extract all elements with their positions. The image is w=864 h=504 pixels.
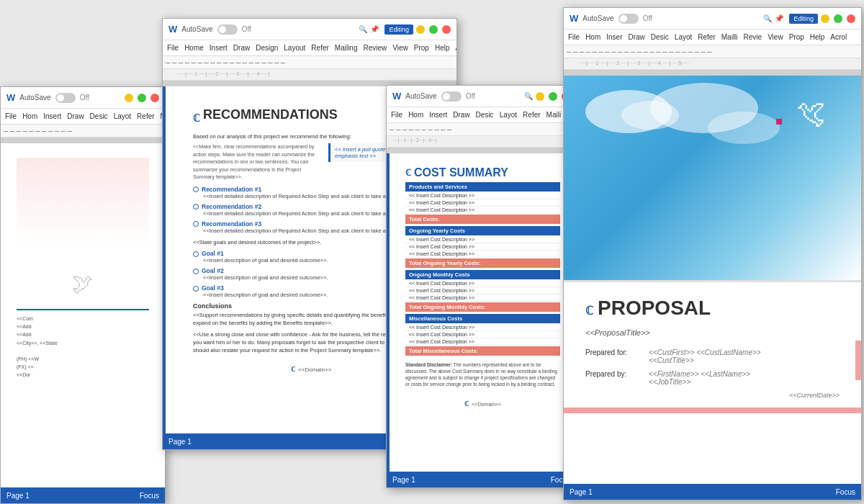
brand-icon-footer-3: ℂ: [464, 400, 469, 408]
restore-btn-4[interactable]: [834, 14, 842, 23]
goal-bullet-3: [193, 286, 199, 292]
page-label-3: Page 1: [392, 476, 415, 484]
ribbon-review-4[interactable]: Revie: [744, 33, 762, 41]
window-controls-2: [416, 25, 451, 34]
ribbon-file-4[interactable]: File: [568, 33, 580, 41]
ribbon-design-2[interactable]: Design: [256, 44, 278, 52]
ribbon-mail-2[interactable]: Mailing: [335, 44, 358, 52]
close-btn-4[interactable]: [847, 14, 855, 23]
ribbon-layout-2[interactable]: Layout: [284, 44, 305, 52]
restore-btn-1[interactable]: [138, 94, 146, 102]
search-icon-3[interactable]: 🔍: [524, 92, 533, 100]
ribbon-refer-1[interactable]: Refer: [137, 112, 154, 120]
doc-page-4: 🕊 ℂ PROPOSAL <<ProposalTitle>> Prepared …: [564, 76, 861, 484]
pin-icon-2[interactable]: 📌: [370, 25, 379, 33]
ribbon-review-2[interactable]: Review: [363, 44, 387, 52]
blue-accent-2: [163, 86, 166, 433]
autosave-toggle-1[interactable]: [55, 93, 76, 103]
autosave-state-2: Off: [242, 25, 251, 33]
editing-badge-2: Editing: [384, 24, 413, 35]
cost-row-1: << Insert Cost Description >>: [405, 192, 560, 199]
autosave-state-3: Off: [466, 92, 475, 100]
ribbon-insert-1[interactable]: Insert: [43, 112, 61, 120]
autosave-label-2: AutoSave: [181, 25, 212, 33]
autosave-toggle-4[interactable]: [618, 14, 639, 24]
prepared-for-value: <<CustFirst>> <<CustLastName>><<CustTitl…: [649, 348, 761, 364]
window-controls-4: [821, 14, 855, 23]
disclaimer-bold: Standard Disclaimer:: [405, 362, 452, 367]
ribbon-mail-3[interactable]: Maili: [546, 111, 562, 119]
restore-btn-2[interactable]: [429, 25, 438, 34]
close-btn-2[interactable]: [442, 25, 451, 34]
ribbon-design-3[interactable]: Desic: [476, 111, 494, 119]
ribbon-home-3[interactable]: Hom: [408, 111, 423, 119]
ribbon-refer-4[interactable]: Refer: [698, 33, 715, 41]
ribbon-layout-1[interactable]: Layot: [114, 112, 131, 120]
cost-row-8: << Insert Cost Description >>: [405, 287, 560, 294]
restore-btn-3[interactable]: [549, 92, 557, 101]
autosave-label-4: AutoSave: [582, 14, 613, 22]
ribbon-draw-4[interactable]: Draw: [628, 33, 644, 41]
doc-area-4: 🕊 ℂ PROPOSAL <<ProposalTitle>> Prepared …: [564, 70, 861, 484]
ribbon-layout-3[interactable]: Layot: [500, 111, 517, 119]
ribbon-design-1[interactable]: Desic: [90, 112, 108, 120]
prepared-for-field: Prepared for: <<CustFirst>> <<CustLastNa…: [585, 348, 840, 364]
brand-icon-4: ℂ: [585, 304, 593, 318]
ribbon-draw-3[interactable]: Draw: [453, 111, 469, 119]
status-bar-3: Page 1 Focus: [387, 472, 576, 487]
prepared-by-field: Prepared by: <<FirstName>> <<LastName>><…: [585, 370, 840, 386]
autosave-toggle-2[interactable]: [217, 24, 238, 35]
search-icon-4[interactable]: 🔍: [763, 14, 772, 22]
ribbon-draw-2[interactable]: Draw: [233, 44, 250, 52]
ribbon-file-2[interactable]: File: [167, 44, 179, 52]
ribbon-insert-2[interactable]: Insert: [210, 44, 228, 52]
total-monthly-bar: Total Ongoing Monthly Costs:: [405, 302, 560, 312]
ribbon-file-1[interactable]: File: [5, 112, 17, 120]
ribbon-home-1[interactable]: Hom: [22, 112, 37, 120]
ribbon-file-3[interactable]: File: [391, 111, 402, 119]
ribbon-home-2[interactable]: Home: [184, 44, 204, 52]
ribbon-view-4[interactable]: View: [768, 33, 783, 41]
ribbon-layout-4[interactable]: Layot: [675, 33, 692, 41]
ribbon-home-4[interactable]: Hom: [585, 33, 600, 41]
ribbon-design-4[interactable]: Desic: [651, 33, 669, 41]
minimize-btn-3[interactable]: [536, 92, 544, 101]
focus-label-4: Focus: [836, 488, 855, 496]
autosave-label-3: AutoSave: [405, 92, 436, 100]
ribbon-help-2[interactable]: Help: [435, 44, 450, 52]
ribbon-refer-3[interactable]: Refer: [523, 111, 540, 119]
close-btn-1[interactable]: [150, 94, 159, 102]
minimize-btn-1[interactable]: [125, 94, 133, 102]
editing-badge-4: Editing: [789, 14, 818, 24]
minimize-btn-4[interactable]: [821, 14, 829, 23]
status-bar-4: Page 1 Focus: [564, 484, 861, 500]
ribbon-prop-4[interactable]: Prop: [789, 33, 804, 41]
ribbon-acro-4[interactable]: Acrol: [830, 33, 847, 41]
ribbon-mail-4[interactable]: Mailli: [721, 33, 738, 41]
cost-row-11: << Insert Cost Description >>: [405, 331, 560, 338]
ribbon-insert-3[interactable]: Insert: [429, 111, 447, 119]
minimize-btn-2[interactable]: [416, 25, 425, 34]
toolbar-3: ─ ─ ─ ─ ─ ─ ─ ─ ─ ─: [387, 123, 576, 136]
search-icon-2[interactable]: 🔍: [359, 25, 367, 33]
cloud-4: [708, 112, 780, 144]
autosave-toggle-3[interactable]: [441, 91, 462, 102]
ribbon-acro-2[interactable]: Acrol: [455, 44, 457, 52]
ribbon-draw-1[interactable]: Draw: [67, 112, 84, 120]
dove-icon-1: 🕊: [72, 271, 94, 296]
brand-icon-3: ℂ: [405, 168, 411, 178]
ribbon-help-4[interactable]: Help: [810, 33, 825, 41]
cost-row-5: << Insert Cost Description >>: [405, 243, 560, 251]
ribbon-view-2[interactable]: View: [392, 44, 408, 52]
autosave-label-1: AutoSave: [19, 94, 50, 102]
window-controls-1: [125, 94, 159, 102]
cost-row-2: << Insert Cost Description >>: [405, 199, 560, 207]
proposal-logo-row: ℂ PROPOSAL: [585, 297, 840, 325]
ribbon-insert-4[interactable]: Inser: [606, 33, 622, 41]
dove-icon-4: 🕊: [796, 97, 825, 130]
pin-icon-4[interactable]: 📌: [775, 14, 783, 22]
ribbon-prop-2[interactable]: Prop: [414, 44, 429, 52]
ribbon-refer-2[interactable]: Refer: [311, 44, 328, 52]
doc-page-3: ℂ COST SUMMARY Products and Services << …: [387, 153, 576, 472]
proposal-cover: 🕊 ℂ PROPOSAL <<ProposalTitle>> Prepared …: [564, 76, 861, 484]
